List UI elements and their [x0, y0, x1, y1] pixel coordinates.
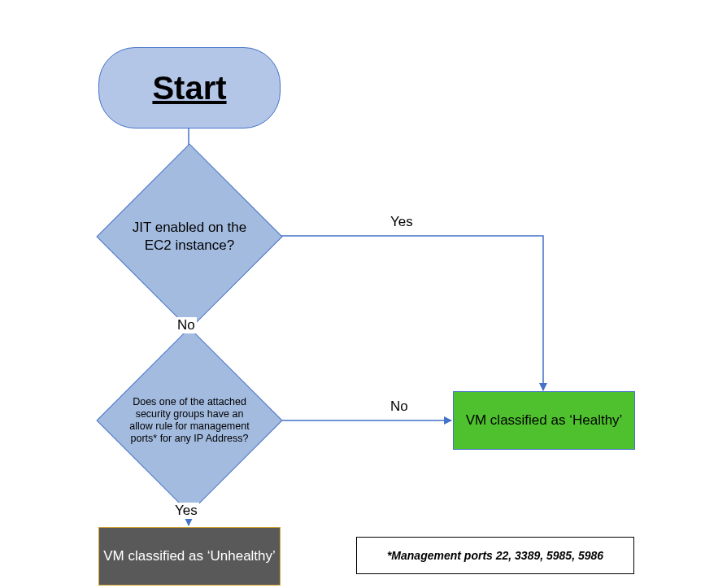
decision-jit-label: JIT enabled on the EC2 instance? — [124, 219, 255, 255]
edge-label-d1-no: No — [176, 317, 197, 333]
start-label: Start — [152, 70, 226, 107]
result-healthy-label: VM classified as ‘Healthy’ — [466, 412, 623, 429]
edge-label-d2-yes: Yes — [173, 503, 199, 519]
decision-jit-enabled: JIT enabled on the EC2 instance? — [96, 143, 282, 329]
result-healthy: VM classified as ‘Healthy’ — [453, 391, 635, 450]
decision-sg-label: Does one of the attached security groups… — [124, 396, 255, 445]
decision-sg-rule: Does one of the attached security groups… — [96, 327, 282, 513]
result-unhealthy: VM classified as ‘Unhealthy’ — [98, 527, 281, 586]
footnote-text: *Management ports 22, 3389, 5985, 5986 — [387, 549, 603, 562]
start-node: Start — [98, 47, 281, 128]
edge-label-d2-no: No — [389, 399, 410, 415]
edge-label-d1-yes: Yes — [389, 214, 415, 230]
footnote-box: *Management ports 22, 3389, 5985, 5986 — [356, 537, 634, 574]
result-unhealthy-label: VM classified as ‘Unhealthy’ — [103, 547, 276, 565]
